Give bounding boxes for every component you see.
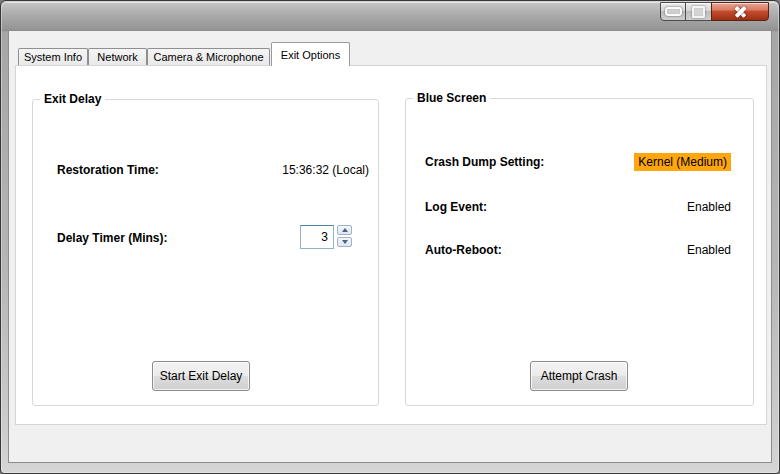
minimize-button[interactable] [660, 2, 686, 21]
tab-network[interactable]: Network [88, 48, 147, 65]
crash-dump-value-badge: Kernel (Medium) [634, 153, 731, 171]
crash-dump-row: Crash Dump Setting: Kernel (Medium) [425, 152, 731, 172]
delay-timer-stepper [300, 225, 352, 249]
crash-dump-label: Crash Dump Setting: [425, 155, 544, 169]
restoration-time-row: Restoration Time: 15:36:32 (Local) [57, 161, 369, 179]
spin-down-button[interactable] [337, 237, 352, 247]
tab-camera-microphone[interactable]: Camera & Microphone [147, 48, 270, 65]
minimize-icon [665, 7, 682, 16]
close-icon [733, 4, 748, 19]
exit-delay-group-title: Exit Delay [40, 91, 105, 107]
stepper-buttons [337, 225, 352, 247]
auto-reboot-row: Auto-Reboot: Enabled [425, 241, 731, 258]
start-exit-delay-button[interactable]: Start Exit Delay [152, 361, 250, 391]
auto-reboot-value: Enabled [687, 243, 731, 257]
delay-timer-input[interactable] [300, 225, 334, 249]
chevron-up-icon [342, 228, 348, 232]
delay-timer-label: Delay Timer (Mins): [57, 231, 167, 245]
chevron-down-icon [342, 240, 348, 244]
maximize-button[interactable] [685, 2, 712, 21]
log-event-row: Log Event: Enabled [425, 198, 731, 215]
blue-screen-group-title: Blue Screen [413, 90, 490, 106]
attempt-crash-button[interactable]: Attempt Crash [530, 361, 628, 391]
app-window: System Info Network Camera & Microphone … [0, 0, 780, 474]
log-event-value: Enabled [687, 200, 731, 214]
close-button[interactable] [711, 2, 769, 21]
exit-delay-group: Exit Delay Restoration Time: 15:36:32 (L… [32, 99, 379, 406]
auto-reboot-label: Auto-Reboot: [425, 243, 502, 257]
log-event-label: Log Event: [425, 200, 487, 214]
tab-page-exit-options: Exit Delay Restoration Time: 15:36:32 (L… [15, 65, 767, 425]
restoration-time-value: 15:36:32 (Local) [282, 163, 369, 177]
spin-up-button[interactable] [337, 225, 352, 235]
client-area: System Info Network Camera & Microphone … [9, 31, 771, 462]
tab-system-info[interactable]: System Info [18, 48, 88, 65]
window-controls [661, 2, 769, 21]
blue-screen-group: Blue Screen Crash Dump Setting: Kernel (… [405, 98, 754, 406]
tab-exit-options[interactable]: Exit Options [271, 42, 350, 66]
restoration-time-label: Restoration Time: [57, 163, 159, 177]
maximize-icon [692, 6, 705, 18]
